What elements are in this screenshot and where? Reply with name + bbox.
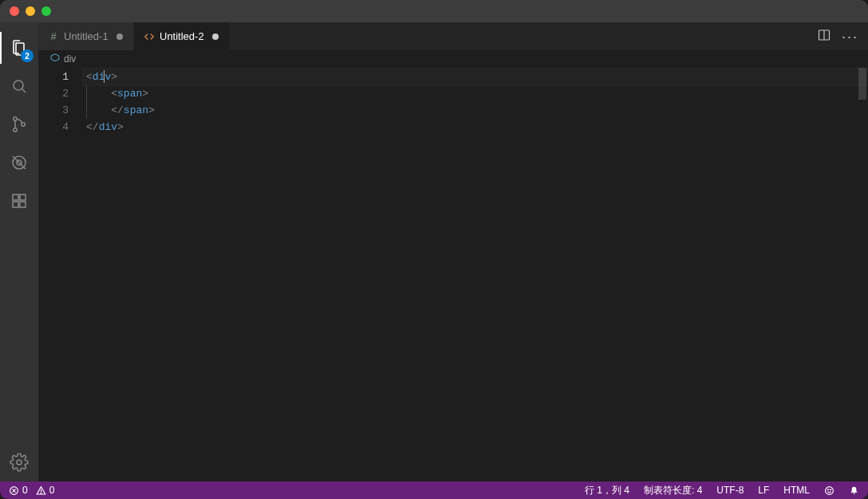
status-problems[interactable]: 0 0 bbox=[6, 485, 57, 496]
scrollbar-thumb[interactable] bbox=[858, 68, 866, 100]
activity-extensions[interactable] bbox=[0, 182, 38, 220]
search-icon bbox=[10, 77, 29, 96]
code-content[interactable]: <div> <span> </span></div> bbox=[83, 68, 868, 481]
warning-icon bbox=[36, 485, 46, 496]
svg-point-15 bbox=[827, 489, 828, 489]
activity-debug[interactable] bbox=[0, 143, 38, 182]
code-line: <div> bbox=[83, 69, 868, 85]
svg-rect-7 bbox=[20, 194, 26, 200]
error-icon bbox=[9, 485, 19, 496]
status-encoding[interactable]: UTF-8 bbox=[714, 485, 746, 496]
workbench: 2 bbox=[0, 22, 868, 481]
more-actions-button[interactable]: ··· bbox=[842, 29, 858, 44]
status-feedback[interactable] bbox=[822, 485, 837, 496]
editor-group: # Untitled-1 Untitled-2 bbox=[38, 22, 868, 481]
line-number: 4 bbox=[38, 119, 69, 136]
breadcrumb-item: div bbox=[64, 53, 76, 65]
svg-point-1 bbox=[14, 117, 17, 120]
tab-label: Untitled-1 bbox=[64, 30, 108, 42]
split-editor-button[interactable] bbox=[818, 29, 831, 44]
dirty-indicator bbox=[212, 33, 219, 40]
line-number-gutter: 1 2 3 4 bbox=[38, 68, 83, 481]
svg-rect-9 bbox=[20, 202, 26, 207]
code-icon bbox=[144, 31, 155, 42]
svg-rect-6 bbox=[13, 194, 18, 200]
status-notifications[interactable] bbox=[846, 485, 862, 496]
source-control-icon bbox=[10, 115, 29, 134]
svg-rect-8 bbox=[13, 202, 18, 207]
window-minimize-button[interactable] bbox=[26, 6, 35, 16]
window-titlebar bbox=[0, 0, 868, 22]
line-number: 3 bbox=[38, 102, 69, 119]
file-type-icon bbox=[144, 31, 155, 42]
activity-search[interactable] bbox=[0, 67, 38, 105]
code-line: <span> bbox=[83, 85, 868, 102]
status-cursor-position[interactable]: 行 1，列 4 bbox=[582, 484, 632, 497]
dirty-indicator bbox=[116, 33, 123, 40]
tab-bar: # Untitled-1 Untitled-2 bbox=[38, 22, 868, 50]
activity-scm[interactable] bbox=[0, 105, 38, 143]
svg-point-2 bbox=[14, 128, 17, 132]
editor-toolbar: ··· bbox=[808, 22, 868, 50]
error-count: 0 bbox=[22, 485, 28, 496]
symbol-icon bbox=[49, 53, 61, 65]
svg-point-16 bbox=[831, 489, 831, 489]
status-language[interactable]: HTML bbox=[781, 485, 812, 496]
bell-icon bbox=[849, 485, 859, 496]
svg-point-0 bbox=[14, 81, 23, 90]
line-number: 2 bbox=[38, 85, 69, 102]
code-line: </span> bbox=[83, 102, 868, 119]
svg-point-10 bbox=[17, 460, 22, 465]
activity-explorer[interactable]: 2 bbox=[0, 29, 38, 67]
svg-point-14 bbox=[826, 486, 834, 494]
tab-label: Untitled-2 bbox=[160, 30, 204, 42]
breadcrumb[interactable]: div bbox=[38, 50, 868, 68]
status-indentation[interactable]: 制表符长度: 4 bbox=[641, 484, 704, 497]
extensions-icon bbox=[10, 191, 29, 210]
tab-untitled-2[interactable]: Untitled-2 bbox=[134, 22, 230, 50]
code-line: </div> bbox=[83, 119, 868, 136]
window-close-button[interactable] bbox=[10, 6, 19, 16]
svg-point-13 bbox=[41, 493, 41, 493]
file-type-icon: # bbox=[48, 31, 59, 42]
gear-icon bbox=[10, 453, 29, 472]
explorer-badge: 2 bbox=[21, 49, 34, 62]
status-bar: 0 0 行 1，列 4 制表符长度: 4 UTF-8 LF HTML bbox=[0, 481, 868, 499]
warning-count: 0 bbox=[49, 485, 55, 496]
debug-icon bbox=[10, 153, 29, 172]
text-editor[interactable]: 1 2 3 4 <div> <span> </span></div> bbox=[38, 68, 868, 481]
status-eol[interactable]: LF bbox=[756, 485, 771, 496]
svg-point-3 bbox=[22, 123, 25, 126]
split-editor-icon bbox=[818, 29, 831, 41]
activity-settings[interactable] bbox=[0, 443, 38, 481]
line-number: 1 bbox=[38, 69, 69, 85]
tab-untitled-1[interactable]: # Untitled-1 bbox=[38, 22, 134, 50]
window-zoom-button[interactable] bbox=[41, 6, 51, 16]
smiley-icon bbox=[824, 485, 834, 496]
activity-bar: 2 bbox=[0, 22, 38, 481]
